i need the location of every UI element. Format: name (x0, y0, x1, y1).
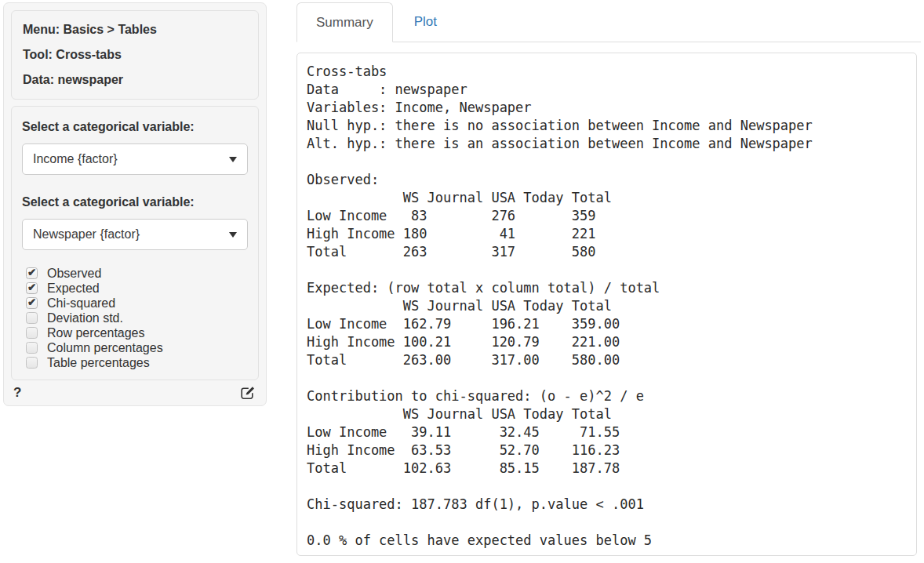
checkbox-unchecked-icon[interactable] (26, 312, 38, 324)
checkbox-row-deviation-std[interactable]: Deviation std. (22, 311, 248, 325)
checkbox-row-expected[interactable]: Expected (22, 281, 248, 296)
variable1-select[interactable]: Income {factor} (22, 143, 248, 175)
tool-info-panel: Menu: Basics > Tables Tool: Cross-tabs D… (11, 10, 259, 100)
variable2-label: Select a categorical variable: (22, 195, 248, 209)
controls-panel: Select a categorical variable: Income {f… (11, 106, 259, 380)
sidebar-footer: ? (13, 384, 256, 401)
checkbox-label: Column percentages (47, 340, 163, 355)
checkbox-unchecked-icon[interactable] (26, 327, 38, 339)
edit-report-button[interactable] (240, 384, 256, 401)
checkbox-unchecked-icon[interactable] (26, 357, 38, 369)
checkbox-checked-icon[interactable] (26, 282, 38, 294)
checkbox-row-observed[interactable]: Observed (22, 266, 248, 281)
summary-output: Cross-tabs Data : newspaper Variables: I… (307, 63, 907, 550)
tab-plot-label: Plot (414, 14, 437, 30)
menu-breadcrumb: Menu: Basics > Tables (23, 21, 247, 38)
checkbox-checked-icon[interactable] (26, 267, 38, 279)
checkbox-checked-icon[interactable] (26, 297, 38, 309)
tab-summary[interactable]: Summary (296, 2, 393, 42)
checkbox-label: Table percentages (47, 355, 150, 370)
variable1-selected-value: Income {factor} (33, 152, 118, 166)
checkbox-label: Deviation std. (47, 311, 123, 325)
checkbox-label: Chi-squared (47, 296, 115, 311)
tab-plot[interactable]: Plot (395, 2, 456, 42)
variable2-select[interactable]: Newspaper {factor} (22, 219, 248, 250)
checkbox-label: Row percentages (47, 325, 145, 340)
checkbox-row-row-percentages[interactable]: Row percentages (22, 325, 248, 340)
sidebar: Menu: Basics > Tables Tool: Cross-tabs D… (3, 2, 267, 406)
pencil-square-icon (240, 384, 256, 401)
tool-name: Tool: Cross-tabs (23, 46, 247, 64)
tab-summary-label: Summary (316, 15, 373, 31)
dataset-name: Data: newspaper (23, 71, 247, 89)
caret-down-icon (229, 232, 237, 238)
checkbox-row-column-percentages[interactable]: Column percentages (22, 340, 248, 355)
checkbox-row-table-percentages[interactable]: Table percentages (22, 355, 248, 370)
summary-output-panel: Cross-tabs Data : newspaper Variables: I… (296, 53, 917, 556)
caret-down-icon (229, 157, 237, 162)
variable1-label: Select a categorical variable: (22, 120, 248, 134)
checkbox-unchecked-icon[interactable] (26, 342, 38, 354)
checkbox-label: Expected (47, 281, 100, 296)
checkbox-label: Observed (47, 266, 101, 281)
tab-bar: Summary Plot (296, 2, 921, 42)
checkbox-group: ObservedExpectedChi-squaredDeviation std… (22, 266, 248, 370)
help-button[interactable]: ? (13, 385, 21, 401)
checkbox-row-chi-squared[interactable]: Chi-squared (22, 296, 248, 311)
variable2-selected-value: Newspaper {factor} (33, 227, 140, 242)
